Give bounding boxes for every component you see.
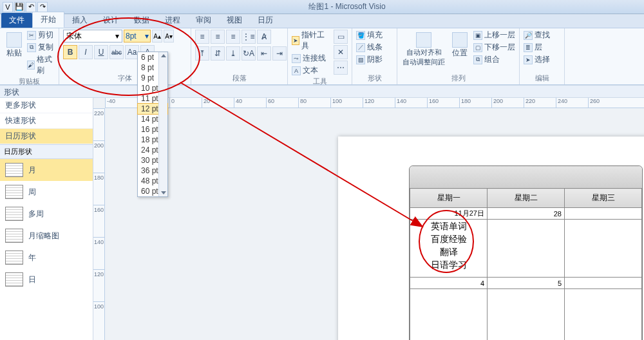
date-cell: 4	[410, 278, 488, 289]
tab-data[interactable]: 数据	[126, 13, 157, 28]
cat-quick-shapes[interactable]: 快速形状	[0, 113, 93, 129]
italic-button[interactable]: I	[79, 45, 93, 59]
group-arrange-label: 排列	[401, 73, 515, 84]
month-thumb-icon	[5, 229, 23, 243]
grow-font-button[interactable]: A▴	[152, 30, 162, 42]
cut-button[interactable]: ✂剪切	[27, 30, 55, 41]
scrollbar[interactable]	[158, 52, 167, 196]
group-shape-label: 形状	[356, 73, 393, 84]
tab-calendar[interactable]: 日历	[250, 13, 281, 28]
clear-format-button[interactable]: A̷	[257, 30, 271, 44]
layers-icon: ≣	[524, 43, 533, 52]
day-cell[interactable]	[488, 220, 565, 278]
drawing-canvas[interactable]: -40-200204060801001201401601802002202402…	[93, 98, 644, 340]
align-right-button[interactable]: ≡	[226, 30, 240, 44]
xmark-icon[interactable]: ✕	[334, 45, 348, 59]
group-edit-label: 编辑	[524, 73, 560, 84]
font-size-combo[interactable]: 8pt▾	[124, 30, 151, 42]
align-top-button[interactable]: ⤒	[195, 46, 209, 61]
chevron-down-icon: ▾	[145, 32, 149, 41]
scissors-icon: ✂	[27, 31, 36, 40]
binoculars-icon: 🔎	[524, 31, 533, 40]
date-cell	[565, 278, 642, 289]
bullets-button[interactable]: ⋮≡	[242, 30, 256, 44]
stencil-month[interactable]: 月	[0, 159, 93, 181]
cursor-icon: ➤	[524, 55, 533, 64]
connector-icon: ⤳	[292, 54, 301, 63]
tab-home[interactable]: 开始	[32, 12, 64, 28]
strike-button[interactable]: abc	[109, 45, 124, 59]
day-icon	[5, 272, 23, 287]
copy-icon: ⧉	[27, 43, 36, 52]
bring-forward-button[interactable]: ▣上移一层	[473, 30, 515, 41]
tab-file[interactable]: 文件	[1, 13, 32, 28]
day-cell[interactable]	[565, 220, 642, 278]
qat-undo-icon[interactable]: ↶	[26, 2, 36, 12]
rectangle-tool-icon[interactable]: ▭	[334, 30, 348, 44]
day-cell-content[interactable]: 英语单词 百度经验 翻译 日语学习	[410, 220, 488, 278]
layer-button[interactable]: ≣层	[524, 42, 550, 53]
ruler-horizontal: -40-200204060801001201401601802002202402…	[105, 98, 644, 108]
col-header-tue: 星期二	[488, 189, 565, 208]
indent-dec-button[interactable]: ⇤	[257, 46, 271, 61]
line-icon: ／	[356, 43, 365, 52]
tab-design[interactable]: 设计	[95, 13, 126, 28]
date-cell: 11月27日	[410, 208, 488, 220]
find-button[interactable]: 🔎查找	[524, 30, 550, 41]
ellipsis-icon[interactable]: ⋯	[334, 61, 348, 75]
align-left-button[interactable]: ≡	[195, 30, 209, 44]
text-tool-button[interactable]: A文本	[292, 65, 328, 76]
text-icon: A	[292, 66, 301, 75]
rotate-text-button[interactable]: ↻A	[242, 46, 256, 61]
chevron-down-icon: ▾	[115, 32, 119, 41]
cat-calendar-shapes[interactable]: 日历形状	[0, 129, 93, 144]
stencil-title: 日历形状	[0, 144, 93, 159]
tab-process[interactable]: 进程	[157, 13, 188, 28]
font-name-combo[interactable]: 宋体▾	[63, 30, 122, 42]
tab-review[interactable]: 审阅	[188, 13, 219, 28]
pointer-tool-button[interactable]: ➤指针工具	[292, 30, 328, 52]
group-font-label: 字体	[63, 73, 187, 84]
app-icon: V	[3, 2, 13, 12]
stencil-multiweek[interactable]: 多周	[0, 203, 93, 225]
align-center-button[interactable]: ≡	[211, 30, 225, 44]
font-size-dropdown[interactable]: 6 pt 8 pt 9 pt 10 pt 11 pt 12 pt 14 pt 1…	[137, 52, 168, 197]
format-painter-button[interactable]: 🖌格式刷	[27, 54, 55, 76]
copy-button[interactable]: ⧉复制	[27, 42, 55, 53]
pointer-icon: ➤	[292, 36, 299, 45]
fill-button[interactable]: 🪣填充	[356, 30, 383, 41]
align-middle-button[interactable]: ⇵	[211, 46, 225, 61]
bold-button[interactable]: B	[63, 45, 77, 59]
connector-tool-button[interactable]: ⤳连接线	[292, 53, 328, 64]
paste-button[interactable]: 粘贴	[4, 30, 24, 59]
back-icon: ▢	[473, 43, 482, 52]
shadow-icon: ▧	[356, 55, 365, 64]
tab-insert[interactable]: 插入	[64, 13, 95, 28]
col-header-mon: 星期一	[410, 189, 488, 208]
week-icon	[5, 185, 23, 199]
month-icon	[5, 163, 23, 177]
indent-inc-button[interactable]: ⇥	[272, 46, 287, 61]
send-backward-button[interactable]: ▢下移一层	[473, 42, 515, 53]
position-button[interactable]: 位置	[449, 30, 471, 59]
stencil-week[interactable]: 周	[0, 181, 93, 203]
ruler-vertical: 220200180160140120100	[93, 108, 105, 340]
line-button[interactable]: ／线条	[356, 42, 383, 53]
qat-save-icon[interactable]: 💾	[14, 2, 24, 12]
shrink-font-button[interactable]: A▾	[164, 30, 174, 42]
shadow-button[interactable]: ▧阴影	[356, 54, 383, 65]
qat-redo-icon[interactable]: ↷	[37, 2, 48, 12]
tab-view[interactable]: 视图	[219, 13, 250, 28]
date-cell	[565, 208, 642, 220]
group-clipboard-label: 剪贴板	[4, 76, 55, 88]
auto-align-button[interactable]: 自动对齐和 自动调整间距	[401, 30, 446, 67]
select-button[interactable]: ➤选择	[524, 54, 550, 65]
align-bottom-button[interactable]: ⤓	[226, 46, 240, 61]
calendar-shape[interactable]: 星期一 星期二 星期三 11月27日 28 英语单词 百度经验 翻译 日语学习	[409, 165, 643, 340]
stencil-year[interactable]: 年	[0, 247, 93, 269]
stencil-day[interactable]: 日	[0, 269, 93, 290]
underline-button[interactable]: U	[94, 45, 108, 59]
group-button[interactable]: ⧉组合	[473, 54, 515, 65]
stencil-month-thumb[interactable]: 月缩略图	[0, 225, 93, 247]
cat-more-shapes[interactable]: 更多形状	[0, 98, 93, 113]
